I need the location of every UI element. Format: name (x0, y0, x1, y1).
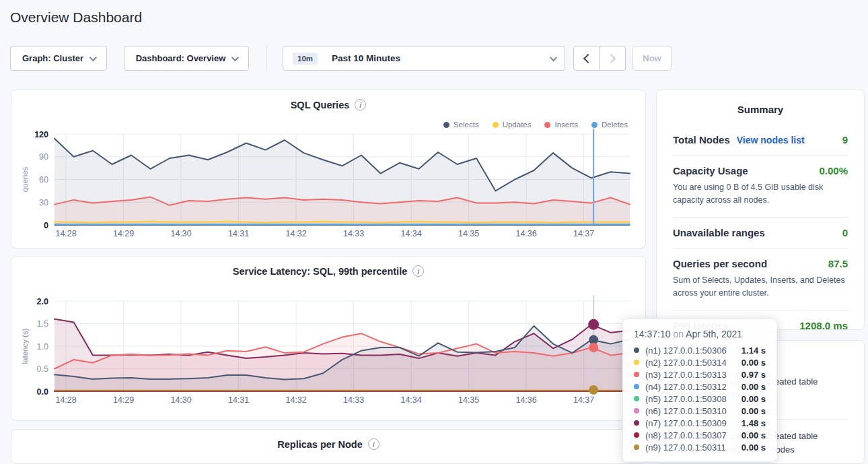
summary-stat-label: Capacity Usage (673, 165, 748, 176)
tooltip-node-value: 1.14 s (742, 345, 766, 356)
summary-stat-label: Unavailable ranges (673, 227, 765, 238)
tooltip-node-label: (n3) 127.0.0.1:50313 (645, 370, 736, 380)
svg-text:60: 60 (39, 175, 48, 185)
svg-text:30: 30 (39, 198, 48, 207)
series-color-dot (634, 444, 639, 450)
svg-text:120: 120 (34, 130, 48, 139)
tooltip-node-label: (n8) 127.0.0.1:50307 (645, 430, 736, 440)
svg-text:1.5: 1.5 (37, 319, 48, 329)
svg-text:14:30: 14:30 (170, 395, 191, 405)
svg-text:14:35: 14:35 (458, 229, 479, 238)
tooltip-node-label: (n2) 127.0.0.1:50314 (645, 358, 736, 368)
tooltip-row: (n6) 127.0.0.1:503100.00 s (634, 405, 766, 417)
chevron-down-icon (231, 53, 239, 61)
series-color-dot (634, 396, 639, 401)
svg-text:14:34: 14:34 (400, 395, 421, 405)
svg-text:14:36: 14:36 (515, 229, 536, 238)
chart-hover-tooltip: 14:37:10 on Apr 5th, 2021 (n1) 127.0.0.1… (622, 319, 777, 462)
series-color-dot (634, 384, 639, 389)
tooltip-node-value: 0.00 s (742, 358, 766, 368)
svg-text:14:37: 14:37 (573, 395, 594, 405)
svg-text:14:34: 14:34 (400, 229, 421, 238)
tooltip-node-label: (n1) 127.0.0.1:50306 (645, 345, 736, 356)
summary-row: Total NodesView nodes list9 (673, 125, 848, 155)
view-nodes-list-link[interactable]: View nodes list (737, 135, 805, 145)
tooltip-row: (n7) 127.0.0.1:503091.48 s (634, 417, 766, 429)
tooltip-row: (n8) 127.0.0.1:503070.00 s (634, 429, 766, 441)
svg-text:1.0: 1.0 (37, 342, 48, 352)
replicas-title: Replicas per Node (277, 439, 363, 450)
summary-card: Summary Total NodesView nodes list9Capac… (656, 90, 865, 330)
info-icon[interactable]: i (368, 438, 379, 450)
summary-stat-value: 9 (842, 134, 848, 145)
tooltip-node-value: 0.00 s (742, 394, 766, 404)
chevron-left-icon (583, 53, 592, 63)
series-color-dot (634, 420, 639, 426)
svg-text:14:37: 14:37 (573, 229, 594, 238)
dashboard-dropdown-label: Dashboard: Overview (136, 53, 226, 63)
tooltip-node-label: (n5) 127.0.0.1:50308 (645, 394, 736, 404)
now-button[interactable]: Now (632, 46, 672, 71)
service-latency-chart[interactable]: 0.00.51.01.52.014:2814:2914:3014:3114:32… (11, 257, 646, 421)
tooltip-node-label: (n7) 127.0.0.1:50309 (645, 418, 736, 428)
summary-rows: Total NodesView nodes list9Capacity Usag… (657, 125, 864, 330)
tooltip-node-label: (n4) 127.0.0.1:50312 (645, 382, 736, 392)
page-title: Overview Dashboard (10, 9, 142, 26)
series-color-dot (634, 372, 639, 377)
svg-text:90: 90 (39, 152, 48, 162)
tooltip-row: (n3) 127.0.0.1:503130.97 s (634, 368, 766, 380)
service-latency-card: Service Latency: SQL, 99th percentile i … (11, 256, 646, 421)
graph-dropdown[interactable]: Graph: Cluster (10, 46, 107, 71)
toolbar: Graph: Cluster Dashboard: Overview 10m P… (0, 46, 868, 71)
sql-queries-chart[interactable]: 030609012014:2814:2914:3014:3114:3214:33… (11, 90, 646, 248)
svg-text:14:28: 14:28 (55, 229, 76, 238)
summary-stat-description: Sum of Selects, Updates, Inserts, and De… (673, 274, 848, 300)
svg-text:14:29: 14:29 (113, 229, 134, 238)
replicas-per-node-card: Replicas per Node i (11, 429, 646, 464)
time-step-buttons (573, 46, 626, 71)
summary-stat-value: 87.5 (828, 258, 848, 269)
tooltip-node-value: 0.00 s (742, 442, 766, 453)
tooltip-row: (n9) 127.0.0.1:503110.00 s (634, 441, 766, 453)
tooltip-node-label: (n6) 127.0.0.1:50310 (645, 406, 736, 416)
svg-text:latency (s): latency (s) (21, 328, 29, 364)
series-color-dot (634, 432, 639, 438)
svg-text:14:36: 14:36 (515, 395, 536, 405)
tooltip-rows: (n1) 127.0.0.1:503061.14 s(n2) 127.0.0.1… (634, 344, 766, 453)
chevron-right-icon (606, 53, 616, 63)
summary-row: Queries per second87.5Sum of Selects, Up… (673, 248, 848, 310)
time-next-button[interactable] (600, 46, 626, 71)
sql-queries-card: SQL Queries i SelectsUpdatesInsertsDelet… (11, 90, 646, 248)
tooltip-timestamp: 14:37:10 on Apr 5th, 2021 (634, 329, 766, 339)
svg-text:0: 0 (44, 221, 48, 230)
toolbar-divider (266, 46, 267, 71)
summary-title: Summary (657, 90, 864, 115)
svg-text:0.5: 0.5 (37, 364, 48, 374)
svg-text:queries: queries (21, 166, 29, 192)
chevron-down-icon (550, 53, 557, 61)
tooltip-date: Apr 5th, 2021 (686, 329, 742, 339)
series-color-dot (634, 360, 639, 365)
dashboard-dropdown[interactable]: Dashboard: Overview (124, 46, 249, 71)
tooltip-node-value: 0.00 s (742, 430, 766, 440)
series-color-dot (634, 347, 639, 353)
summary-row: Capacity Usage0.00%You are using 0 B of … (673, 155, 848, 217)
time-prev-button[interactable] (573, 46, 600, 71)
svg-text:14:31: 14:31 (228, 395, 249, 405)
tooltip-time: 14:37:10 (634, 329, 671, 339)
svg-text:0.0: 0.0 (37, 387, 48, 397)
tooltip-row: (n1) 127.0.0.1:503061.14 s (634, 344, 766, 356)
svg-text:14:30: 14:30 (170, 229, 191, 238)
svg-text:14:32: 14:32 (285, 229, 306, 238)
chevron-down-icon (89, 53, 97, 61)
svg-text:14:31: 14:31 (228, 229, 249, 238)
time-range-dropdown[interactable]: 10m Past 10 Minutes (283, 46, 565, 71)
tooltip-node-value: 0.97 s (742, 370, 766, 380)
series-color-dot (634, 408, 639, 413)
tooltip-node-value: 1.48 s (742, 418, 766, 428)
time-range-label: Past 10 Minutes (332, 53, 400, 63)
time-range-badge: 10m (293, 53, 318, 65)
summary-stat-value: 1208.0 ms (799, 320, 848, 331)
svg-text:14:32: 14:32 (285, 395, 306, 405)
svg-text:14:28: 14:28 (55, 395, 76, 405)
